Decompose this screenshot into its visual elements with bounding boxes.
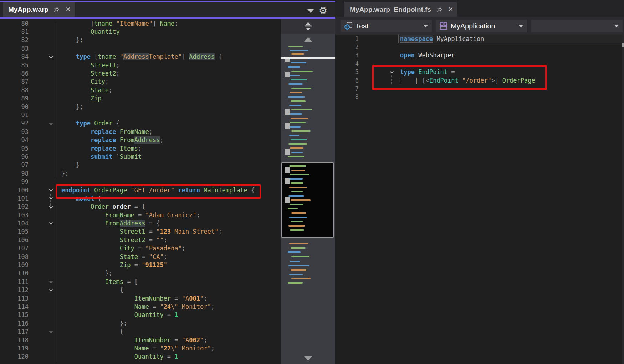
- code-line-96[interactable]: 96 submit `Submit: [0, 152, 281, 161]
- code-line-89[interactable]: 89 Zip: [0, 94, 281, 103]
- fold-chevron-icon[interactable]: [29, 219, 61, 227]
- code-text[interactable]: ItemNumber = "A002";: [61, 337, 207, 344]
- code-text[interactable]: ItemNumber = "A001";: [61, 295, 207, 302]
- code-line-116[interactable]: 116 };: [0, 319, 281, 327]
- code-text[interactable]: };: [61, 36, 83, 43]
- code-line-107[interactable]: 107 City = "Pasadena";: [0, 244, 281, 253]
- close-icon[interactable]: ✕: [65, 6, 71, 13]
- code-text[interactable]: City = "Pasadena";: [61, 245, 185, 252]
- fold-chevron-icon[interactable]: [29, 277, 61, 286]
- code-text[interactable]: State;: [61, 87, 112, 94]
- code-text[interactable]: Name = "27\" Monitor";: [61, 345, 215, 352]
- code-text[interactable]: type Order {: [61, 120, 120, 127]
- code-line-80[interactable]: 80 [tname "ItemName"] Name;: [0, 19, 281, 27]
- code-line-97[interactable]: 97 }: [0, 161, 281, 169]
- tab-myapp-warp[interactable]: MyApp.warp ✕: [3, 2, 75, 17]
- code-line-115[interactable]: 115 Quantity = 1: [0, 311, 281, 319]
- code-line-91[interactable]: 91: [0, 111, 281, 119]
- code-text[interactable]: [tname "ItemName"] Name;: [61, 20, 178, 27]
- code-text[interactable]: Zip = "91125": [61, 261, 167, 269]
- fold-chevron-icon[interactable]: [29, 53, 61, 61]
- code-line-92[interactable]: 92 type Order {: [0, 119, 281, 128]
- code-text[interactable]: FromAddress = {: [61, 220, 160, 227]
- code-line-117[interactable]: 117 {: [0, 327, 281, 336]
- code-text[interactable]: replace FromName;: [61, 128, 153, 135]
- code-text[interactable]: replace Items;: [61, 145, 142, 152]
- fold-chevron-icon[interactable]: [29, 203, 61, 211]
- scroll-up-icon[interactable]: [304, 37, 312, 42]
- code-text[interactable]: Quantity: [61, 28, 120, 35]
- code-line-83[interactable]: 83: [0, 44, 281, 52]
- code-line-112[interactable]: 112 {: [0, 286, 281, 294]
- code-line-94[interactable]: 94 replace FromAddress;: [0, 136, 281, 144]
- gear-icon[interactable]: ⚙: [319, 6, 327, 16]
- code-line-109[interactable]: 109 Zip = "91125": [0, 261, 281, 269]
- code-text[interactable]: }: [61, 161, 80, 168]
- tab-myapp-warp-endpoint-fs[interactable]: MyApp.warp_Endpoint.fs ✕: [344, 2, 457, 17]
- code-text[interactable]: Street2 = "";: [61, 236, 167, 244]
- code-line-118[interactable]: 118 ItemNumber = "A002";: [0, 336, 281, 344]
- code-text[interactable]: type [tname "AddressTemplate"] Address {: [61, 53, 222, 60]
- code-text[interactable]: {: [61, 286, 123, 293]
- code-line-2[interactable]: 2: [335, 43, 622, 51]
- code-text[interactable]: Street2;: [61, 70, 120, 77]
- code-line-85[interactable]: 85 Street1;: [0, 61, 281, 69]
- code-line-102[interactable]: 102 Order order = {: [0, 203, 281, 211]
- code-line-86[interactable]: 86 Street2;: [0, 69, 281, 77]
- code-text[interactable]: {: [61, 328, 123, 335]
- code-line-119[interactable]: 119 Name = "27\" Monitor";: [0, 344, 281, 352]
- code-text[interactable]: Quantity = 1: [61, 311, 178, 318]
- fold-chevron-icon[interactable]: [29, 286, 61, 294]
- code-text[interactable]: Street1 = "123 Main Street";: [61, 228, 222, 235]
- vertical-scrollbar[interactable]: [622, 35, 624, 364]
- code-line-114[interactable]: 114 Name = "24\" Monitor";: [0, 302, 281, 311]
- code-text[interactable]: open WebSharper: [400, 52, 455, 59]
- code-text[interactable]: };: [61, 320, 127, 327]
- code-text[interactable]: submit `Submit: [61, 153, 142, 160]
- code-line-8[interactable]: 8: [335, 93, 622, 101]
- code-line-113[interactable]: 113 ItemNumber = "A001";: [0, 294, 281, 302]
- code-line-98[interactable]: 98};: [0, 169, 281, 177]
- code-text[interactable]: Items = [: [61, 278, 138, 285]
- extra-dropdown[interactable]: [531, 20, 623, 32]
- code-line-84[interactable]: 84 type [tname "AddressTemplate"] Addres…: [0, 53, 281, 61]
- code-text[interactable]: City;: [61, 78, 109, 85]
- code-text[interactable]: Order order = {: [61, 203, 145, 210]
- code-text[interactable]: };: [61, 270, 112, 277]
- code-line-104[interactable]: 104 FromAddress = {: [0, 219, 281, 227]
- pin-icon[interactable]: [53, 6, 60, 13]
- code-line-88[interactable]: 88 State;: [0, 86, 281, 94]
- code-line-105[interactable]: 105 Street1 = "123 Main Street";: [0, 228, 281, 236]
- scrollbar-thumb[interactable]: [622, 43, 624, 47]
- code-line-87[interactable]: 87 City;: [0, 78, 281, 86]
- close-icon[interactable]: ✕: [447, 6, 454, 13]
- code-text[interactable]: };: [61, 103, 83, 110]
- code-line-111[interactable]: 111 Items = [: [0, 277, 281, 286]
- code-line-120[interactable]: 120 Quantity = 1: [0, 353, 281, 361]
- project-dropdown[interactable]: MyApplication: [436, 20, 527, 32]
- code-line-93[interactable]: 93 replace FromName;: [0, 128, 281, 136]
- fold-chevron-icon[interactable]: [29, 119, 61, 128]
- code-line-95[interactable]: 95 replace Items;: [0, 144, 281, 152]
- code-text[interactable]: Name = "24\" Monitor";: [61, 303, 215, 310]
- code-text[interactable]: replace FromAddress;: [61, 136, 164, 144]
- code-line-90[interactable]: 90 };: [0, 103, 281, 111]
- code-text[interactable]: Quantity = 1: [61, 353, 178, 360]
- code-line-110[interactable]: 110 };: [0, 269, 281, 277]
- code-line-106[interactable]: 106 Street2 = "";: [0, 236, 281, 244]
- code-text[interactable]: Street1;: [61, 62, 120, 69]
- code-line-108[interactable]: 108 State = "CA";: [0, 253, 281, 261]
- code-line-82[interactable]: 82 };: [0, 36, 281, 44]
- fold-chevron-icon[interactable]: [29, 327, 61, 336]
- code-text[interactable]: Zip: [61, 95, 102, 102]
- pin-icon[interactable]: [436, 6, 443, 13]
- scroll-down-icon[interactable]: [304, 356, 312, 361]
- chevron-down-icon[interactable]: [307, 9, 314, 13]
- code-line-3[interactable]: 3open WebSharper: [335, 51, 622, 59]
- code-text[interactable]: };: [61, 170, 68, 177]
- code-line-103[interactable]: 103 FromName = "Adam Granicz";: [0, 211, 281, 219]
- minimap-scrollbar[interactable]: [281, 19, 335, 364]
- split-handle[interactable]: [281, 19, 335, 34]
- code-line-81[interactable]: 81 Quantity: [0, 27, 281, 36]
- code-text[interactable]: State = "CA";: [61, 253, 167, 260]
